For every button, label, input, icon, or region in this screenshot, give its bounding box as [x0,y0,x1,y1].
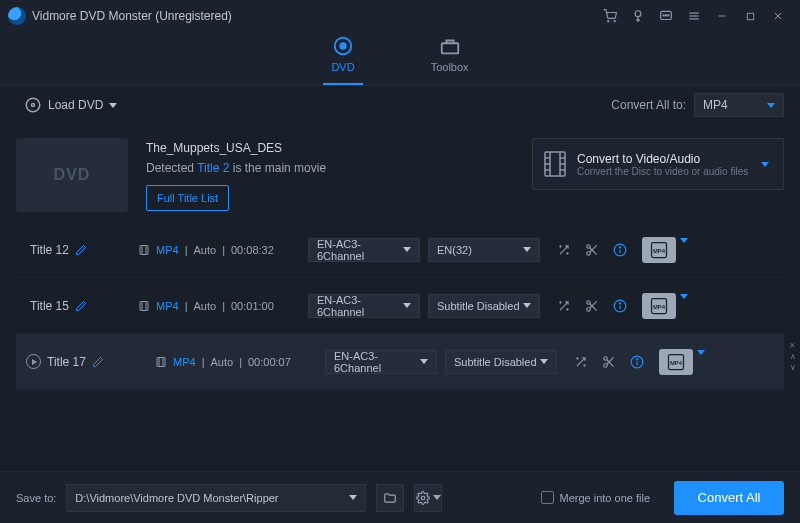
tab-toolbox[interactable]: Toolbox [423,29,477,85]
cut-icon[interactable] [584,298,600,314]
audio-select[interactable]: EN-AC3-6Channel [308,238,420,262]
svg-point-15 [340,43,346,49]
disc-info-text: The_Muppets_USA_DES Detected Title 2 is … [146,138,514,211]
subtitle-select[interactable]: Subtitle Disabled [428,294,540,318]
settings-button[interactable] [414,484,442,512]
close-button[interactable] [764,2,792,30]
enhance-icon[interactable] [573,354,589,370]
enhance-icon[interactable] [556,242,572,258]
maximize-button[interactable] [736,2,764,30]
chevron-down-icon [403,303,411,308]
browse-folder-button[interactable] [376,484,404,512]
close-icon[interactable]: ✕ [789,342,796,350]
chevron-down-icon [523,303,531,308]
audio-select[interactable]: EN-AC3-6Channel [308,294,420,318]
audio-value: EN-AC3-6Channel [317,294,403,318]
convert-all-button[interactable]: Convert All [674,481,784,515]
subtitle-select[interactable]: Subtitle Disabled [445,350,557,374]
menu-icon[interactable] [680,2,708,30]
info-icon[interactable] [612,242,628,258]
svg-point-67 [637,358,638,359]
chevron-down-icon [349,495,357,500]
row-format: MP4 [156,300,179,312]
title-name: Title 12 [30,243,69,257]
title-meta: MP4| Auto| 00:08:32 [138,243,308,257]
tab-dvd[interactable]: DVD [323,29,362,85]
dvd-thumbnail-text: DVD [54,166,91,184]
title-row[interactable]: Title 12 MP4| Auto| 00:08:32 EN-AC3-6Cha… [16,222,784,278]
info-icon[interactable] [629,354,645,370]
svg-point-60 [584,364,585,365]
play-icon[interactable] [26,354,41,369]
row-quality: Auto [193,300,216,312]
move-down-icon[interactable]: ∨ [790,364,796,372]
mp4-badge-icon: MP4 [649,296,669,316]
convert-box-sub: Convert the Disc to video or audio files [577,166,751,177]
full-title-list-button[interactable]: Full Title List [146,185,229,212]
rename-icon[interactable] [75,300,87,312]
output-format-badge[interactable]: MP4 [642,293,676,319]
row-quality: Auto [193,244,216,256]
svg-point-4 [663,15,664,16]
svg-point-17 [26,98,40,112]
disc-name: The_Muppets_USA_DES [146,138,514,158]
convert-box-text: Convert to Video/Audio Convert the Disc … [577,152,751,177]
svg-rect-42 [140,301,148,310]
titlebar: Vidmore DVD Monster (Unregistered) [0,0,800,32]
output-format-dropdown[interactable] [697,355,707,369]
rename-icon[interactable] [92,356,104,368]
row-actions [565,354,653,370]
svg-point-48 [587,307,591,311]
output-format-badge[interactable]: MP4 [642,237,676,263]
title-meta: MP4| Auto| 00:00:07 [155,355,325,369]
main-title-link[interactable]: Title 2 [197,161,229,175]
audio-select[interactable]: EN-AC3-6Channel [325,350,437,374]
cut-icon[interactable] [584,242,600,258]
convert-all-to-select[interactable]: MP4 [694,93,784,117]
svg-rect-16 [441,43,458,53]
cart-icon[interactable] [596,2,624,30]
subtitle-select[interactable]: EN(32) [428,238,540,262]
svg-text:MP4: MP4 [670,360,683,366]
chevron-down-icon [420,359,428,364]
convert-all-to-value: MP4 [703,98,728,112]
merge-checkbox[interactable]: Merge into one file [541,491,651,504]
svg-point-61 [604,356,608,360]
video-icon [138,243,150,257]
svg-text:MP4: MP4 [653,248,666,254]
title-name: Title 15 [30,299,69,313]
enhance-icon[interactable] [556,298,572,314]
svg-point-39 [620,246,621,247]
feedback-icon[interactable] [652,2,680,30]
svg-point-45 [560,301,561,302]
move-up-icon[interactable]: ∧ [790,353,796,361]
title-row[interactable]: Title 17 MP4| Auto| 00:00:07 EN-AC3-6Cha… [16,334,784,390]
svg-text:MP4: MP4 [653,304,666,310]
merge-label: Merge into one file [560,492,651,504]
row-format: MP4 [156,244,179,256]
cut-icon[interactable] [601,354,617,370]
svg-point-18 [32,104,35,107]
output-format-dropdown[interactable] [680,299,690,313]
title-row[interactable]: Title 15 MP4| Auto| 00:01:00 EN-AC3-6Cha… [16,278,784,334]
output-format-dropdown[interactable] [680,243,690,257]
audio-value: EN-AC3-6Channel [317,238,403,262]
row-duration: 00:08:32 [231,244,274,256]
output-format-badge[interactable]: MP4 [659,349,693,375]
mp4-badge-icon: MP4 [666,352,686,372]
svg-point-59 [577,357,578,358]
info-icon[interactable] [612,298,628,314]
convert-to-box[interactable]: Convert to Video/Audio Convert the Disc … [532,138,784,190]
dvd-tab-icon [332,35,354,57]
load-dvd-button[interactable]: Load DVD [16,92,125,118]
chevron-down-icon [433,495,441,500]
row-duration: 00:00:07 [248,356,291,368]
row-actions [548,298,636,314]
main-area: DVD The_Muppets_USA_DES Detected Title 2… [0,124,800,471]
register-icon[interactable] [624,2,652,30]
title-name-cell: Title 15 [26,299,138,313]
rename-icon[interactable] [75,244,87,256]
save-to-path-select[interactable]: D:\Vidmore\Vidmore DVD Monster\Ripper [66,484,366,512]
dvd-thumbnail: DVD [16,138,128,212]
minimize-button[interactable] [708,2,736,30]
